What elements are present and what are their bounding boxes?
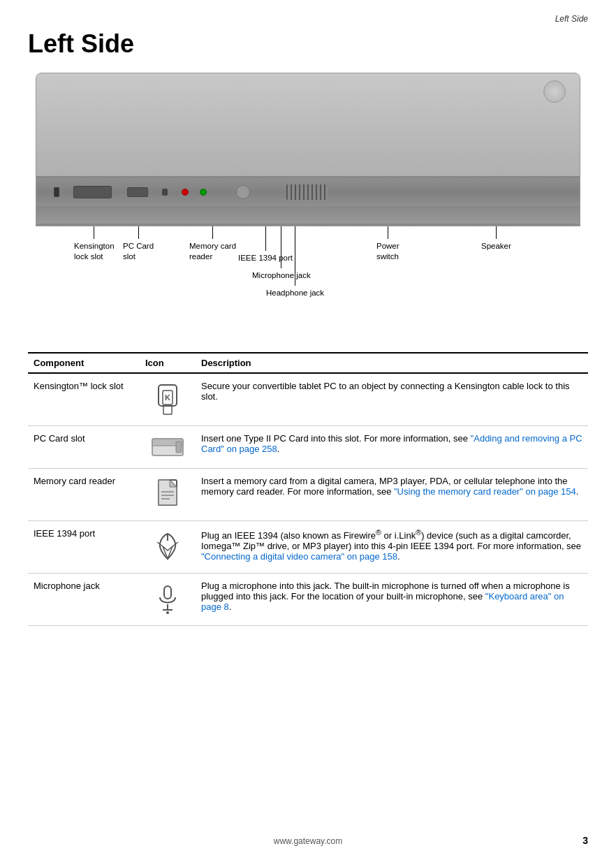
- headphone-jack-visual: [200, 189, 207, 196]
- ieee-link[interactable]: "Connecting a digital video camera" on p…: [201, 551, 397, 562]
- table-row: Microphone jack Plug a microphone into t: [28, 574, 588, 626]
- diagram-container: Kensingtonlock slot PC Cardslot Memory c…: [28, 73, 588, 345]
- microphone-icon-svg: [153, 583, 182, 615]
- memory-card-visual: [127, 187, 148, 197]
- table-row: IEEE 1394 port Plug an IEEE 1394 (also k…: [28, 521, 588, 574]
- headphone-label: Headphone jack: [266, 226, 324, 298]
- labels-connector-area: Kensingtonlock slot PC Cardslot Memory c…: [36, 226, 580, 345]
- table-row: Memory card reader Insert a memory card …: [28, 469, 588, 521]
- ieee-port-visual: [162, 189, 168, 196]
- component-name: Microphone jack: [28, 574, 140, 626]
- component-name: Memory card reader: [28, 469, 140, 521]
- svg-text:K: K: [165, 393, 170, 402]
- pc-card-link[interactable]: "Adding and removing a PC Card" on page …: [201, 433, 582, 454]
- laptop-top: [36, 73, 580, 178]
- description-text: Plug an IEEE 1394 (also known as Firewir…: [196, 521, 588, 574]
- th-icon: Icon: [140, 353, 196, 373]
- memorycard-icon: [145, 476, 190, 513]
- speaker-label: Speaker: [481, 226, 511, 252]
- website-text: www.gateway.com: [274, 836, 342, 846]
- speaker-visual: [286, 184, 328, 200]
- laptop-bottom: [36, 206, 580, 224]
- svg-marker-9: [170, 480, 177, 487]
- component-name: IEEE 1394 port: [28, 521, 140, 574]
- th-component: Component: [28, 353, 140, 373]
- pc-card-label: PC Cardslot: [123, 226, 154, 262]
- power-switch-label: Powerswitch: [376, 226, 399, 262]
- svg-rect-11: [161, 495, 174, 496]
- svg-rect-10: [161, 491, 174, 493]
- kensington-icon-svg: K: [153, 384, 182, 416]
- svg-rect-12: [161, 498, 170, 500]
- table-row: Kensington™ lock slot K Secure your conv…: [28, 373, 588, 426]
- diagram-wrapper: Kensingtonlock slot PC Cardslot Memory c…: [36, 73, 580, 345]
- svg-rect-16: [164, 586, 171, 599]
- ieee1394-icon: [145, 528, 190, 566]
- svg-point-19: [166, 611, 169, 614]
- description-text: Plug a microphone into this jack. The bu…: [196, 574, 588, 626]
- laptop-side-strip: [36, 178, 580, 206]
- page-title: Left Side: [28, 29, 588, 59]
- icon-cell: [140, 426, 196, 469]
- page-number: 3: [582, 835, 588, 846]
- component-name: PC Card slot: [28, 426, 140, 469]
- page-footer: www.gateway.com: [0, 836, 616, 846]
- icon-cell: [140, 574, 196, 626]
- microphone-icon: [145, 581, 190, 618]
- component-name: Kensington™ lock slot: [28, 373, 140, 426]
- memory-card-link[interactable]: "Using the memory card reader" on page 1…: [394, 486, 576, 497]
- svg-rect-6: [176, 442, 182, 453]
- laptop-illustration: [36, 73, 580, 226]
- pc-card-slot-visual: [73, 186, 112, 198]
- power-switch-visual: [236, 185, 250, 199]
- table-row: PC Card slot Insert one Type II PC Card …: [28, 426, 588, 469]
- icon-cell: [140, 469, 196, 521]
- svg-rect-3: [163, 406, 172, 414]
- kensington-slot-visual: [54, 187, 59, 197]
- ieee1394-icon-svg: [153, 531, 182, 563]
- page-header: Left Side: [28, 14, 588, 24]
- description-text: Insert one Type II PC Card into this slo…: [196, 426, 588, 469]
- th-description: Description: [196, 353, 588, 373]
- icon-cell: K: [140, 373, 196, 426]
- memory-card-label: Memory cardreader: [189, 226, 236, 262]
- table-header-row: Component Icon Description: [28, 353, 588, 373]
- kensington-label: Kensingtonlock slot: [74, 226, 115, 262]
- description-text: Secure your convertible tablet PC to an …: [196, 373, 588, 426]
- memorycard-icon-svg: [153, 479, 182, 511]
- header-title: Left Side: [555, 14, 588, 24]
- kensington-icon: K: [145, 381, 190, 418]
- pccard-icon: [145, 433, 190, 461]
- component-table: Component Icon Description Kensington™ l…: [28, 352, 588, 626]
- microphone-link[interactable]: "Keyboard area" on page 8: [201, 591, 564, 612]
- description-text: Insert a memory card from a digital came…: [196, 469, 588, 521]
- pccard-icon-svg: [151, 436, 184, 458]
- mic-jack-visual: [182, 189, 189, 196]
- icon-cell: [140, 521, 196, 574]
